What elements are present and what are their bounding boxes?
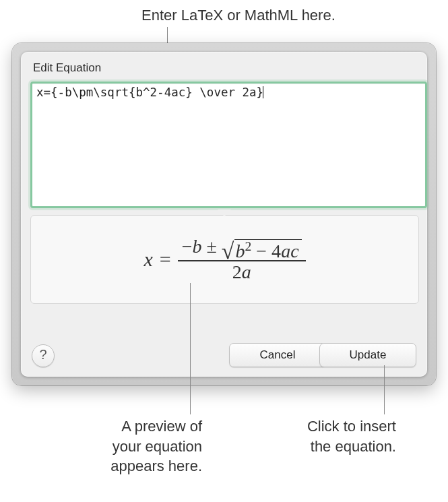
equals-sign: = [157, 248, 174, 271]
cancel-button[interactable]: Cancel [229, 343, 326, 367]
callout-input-label: Enter LaTeX or MathML here. [141, 5, 411, 26]
equation-denominator: 2a [228, 261, 255, 283]
equation-dialog-body: Edit Equation x={-b\pm\sqrt{b^2-4ac} \ov… [21, 52, 427, 377]
latex-input[interactable]: x={-b\pm\sqrt{b^2-4ac} \over 2a} [30, 82, 427, 208]
callout-update-label: Click to insert the equation. [255, 416, 396, 456]
bubble-arrow-icon [218, 210, 231, 216]
help-button[interactable]: ? [32, 344, 55, 367]
equation-lhs: x [143, 248, 152, 271]
text-caret [263, 86, 263, 98]
equation-preview: x = −b ± √ b2 − 4ac [30, 215, 419, 304]
callout-preview-label: A preview of your equation appears here. [67, 416, 202, 476]
dialog-title: Edit Equation [33, 61, 101, 75]
rendered-equation: x = −b ± √ b2 − 4ac [143, 236, 305, 283]
update-button[interactable]: Update [319, 343, 416, 367]
latex-input-text: x={-b\pm\sqrt{b^2-4ac} \over 2a} [36, 86, 263, 99]
equation-fraction: −b ± √ b2 − 4ac 2a [178, 236, 306, 283]
callout-preview-line [190, 283, 191, 414]
equation-numerator: −b ± √ b2 − 4ac [178, 236, 306, 260]
callout-update-line [384, 365, 385, 414]
equation-radicand: b2 − 4ac [234, 239, 302, 261]
equation-dialog: Edit Equation x={-b\pm\sqrt{b^2-4ac} \ov… [12, 43, 436, 385]
sqrt-icon: √ b2 − 4ac [222, 237, 302, 259]
